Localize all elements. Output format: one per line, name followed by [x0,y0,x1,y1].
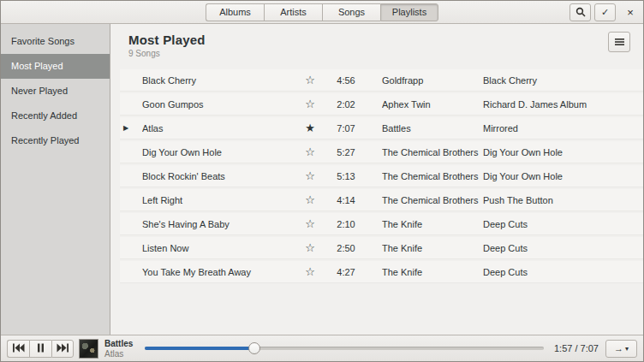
song-row[interactable]: Dig Your Own Hole ☆ 5:27 The Chemical Br… [120,141,643,163]
tab-playlists[interactable]: Playlists [380,3,438,21]
song-title: Goon Gumpos [142,99,300,110]
song-album: Dig Your Own Hole [483,147,643,157]
song-duration: 2:50 [320,243,372,253]
song-artist: The Chemical Brothers [382,171,483,181]
song-row[interactable]: Listen Now ☆ 2:50 The Knife Deep Cuts [120,237,643,259]
song-title: You Take My Breath Away [142,267,300,277]
pause-icon [37,341,45,356]
previous-button[interactable] [7,340,29,358]
song-row[interactable]: Goon Gumpos ☆ 2:02 Aphex Twin Richard D.… [120,93,643,116]
menu-icon [615,34,624,50]
song-duration: 2:02 [320,99,372,110]
song-title: Atlas [142,123,300,134]
song-count: 9 Songs [128,49,643,58]
favorite-star-icon[interactable]: ☆ [300,217,320,230]
song-duration: 4:14 [320,195,372,205]
repeat-mode-button[interactable]: → ▾ [605,340,637,358]
headerbar: Albums Artists Songs Playlists ✓ × [1,1,643,24]
playlist-header: Most Played 9 Songs [110,24,643,58]
favorite-star-icon[interactable]: ☆ [300,98,320,110]
page-title: Most Played [128,33,643,47]
playback-controls [7,340,74,358]
playback-time: 1:57 / 7:07 [554,343,599,353]
now-playing-icon: ▶ [120,124,142,132]
playlists-sidebar: Favorite Songs Most Played Never Played … [1,24,110,335]
favorite-star-icon[interactable]: ☆ [300,265,320,278]
checkmark-icon: ✓ [601,7,609,18]
song-album: Push The Button [483,195,643,205]
song-list: Black Cherry ☆ 4:56 Goldfrapp Black Cher… [120,69,643,283]
now-playing-subtitle: Atlas [104,349,133,359]
song-duration: 5:27 [320,147,372,157]
favorite-star-icon[interactable]: ☆ [300,145,320,158]
now-playing-info: Battles Atlas [104,339,133,359]
tab-songs[interactable]: Songs [322,3,380,21]
song-title: Dig Your Own Hole [142,147,300,157]
favorite-star-icon[interactable]: ☆ [300,74,320,86]
favorite-star-icon[interactable]: ★ [300,122,320,134]
tab-artists[interactable]: Artists [264,3,322,21]
song-artist: Goldfrapp [382,75,483,86]
search-icon [575,7,586,19]
song-album: Deep Cuts [483,243,643,253]
window-body: Favorite Songs Most Played Never Played … [1,24,643,335]
player-bar: Battles Atlas 1:57 / 7:07 → ▾ [1,335,643,361]
playlist-view: Most Played 9 Songs Black Cherry ☆ 4:56 … [110,24,643,335]
view-switcher: Albums Artists Songs Playlists [206,3,438,21]
sidebar-item-favorite-songs[interactable]: Favorite Songs [1,29,110,54]
song-artist: The Knife [382,219,483,229]
song-duration: 4:56 [320,75,372,86]
chevron-down-icon: ▾ [625,345,629,353]
song-row[interactable]: You Take My Breath Away ☆ 4:27 The Knife… [120,261,643,283]
song-album: Black Cherry [483,75,643,86]
song-title: Black Cherry [142,75,300,86]
app-window: Albums Artists Songs Playlists ✓ × Favor… [0,0,644,362]
song-title: Block Rockin' Beats [142,171,300,181]
song-duration: 4:27 [320,267,372,277]
sidebar-item-most-played[interactable]: Most Played [1,54,110,79]
sidebar-item-never-played[interactable]: Never Played [1,79,110,104]
song-row[interactable]: Left Right ☆ 4:14 The Chemical Brothers … [120,189,643,211]
song-album: Deep Cuts [483,267,643,277]
playlist-menu-button[interactable] [608,32,630,52]
header-actions: ✓ × [566,3,639,21]
favorite-star-icon[interactable]: ☆ [300,241,320,254]
pause-button[interactable] [29,340,51,358]
sidebar-item-recently-played[interactable]: Recently Played [1,128,110,153]
seek-progress-fill [145,347,254,350]
song-album: Deep Cuts [483,219,643,229]
song-title: Left Right [142,195,300,205]
window-close-button[interactable]: × [622,3,639,21]
select-mode-button[interactable]: ✓ [594,3,616,21]
song-row[interactable]: Black Cherry ☆ 4:56 Goldfrapp Black Cher… [120,69,643,92]
seek-handle[interactable] [248,342,260,354]
song-album: Richard D. James Album [483,99,643,110]
skip-forward-icon [57,341,69,356]
seek-slider[interactable] [145,341,544,355]
song-artist: Aphex Twin [382,99,483,110]
song-album: Mirrored [483,123,643,134]
skip-backward-icon [12,341,25,356]
song-album: Dig Your Own Hole [483,171,643,181]
song-duration: 2:10 [320,219,372,229]
tab-albums[interactable]: Albums [206,3,264,21]
favorite-star-icon[interactable]: ☆ [300,193,320,206]
song-duration: 7:07 [320,123,372,134]
song-row[interactable]: Block Rockin' Beats ☆ 5:13 The Chemical … [120,165,643,187]
next-button[interactable] [51,340,74,358]
close-icon: × [627,6,634,19]
song-artist: The Chemical Brothers [382,195,483,205]
song-row[interactable]: She's Having A Baby ☆ 2:10 The Knife Dee… [120,213,643,235]
song-artist: Battles [382,123,483,134]
song-duration: 5:13 [320,171,372,181]
song-title: Listen Now [142,243,300,253]
song-title: She's Having A Baby [142,219,300,229]
now-playing-title: Battles [104,339,133,348]
song-artist: The Knife [382,267,483,277]
favorite-star-icon[interactable]: ☆ [300,169,320,182]
song-artist: The Knife [382,243,483,253]
song-artist: The Chemical Brothers [382,147,483,157]
search-button[interactable] [569,3,591,21]
song-row-playing[interactable]: ▶ Atlas ★ 7:07 Battles Mirrored [120,117,643,139]
sidebar-item-recently-added[interactable]: Recently Added [1,104,110,128]
